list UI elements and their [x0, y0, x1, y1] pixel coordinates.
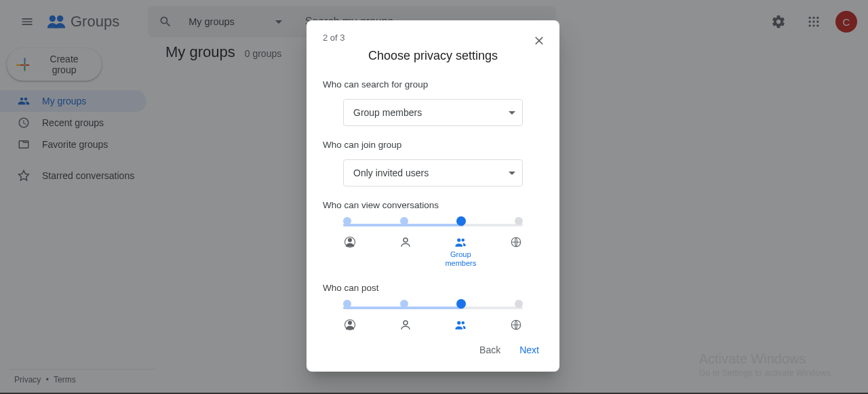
- slider-stop-anyone[interactable]: [515, 217, 523, 225]
- slider-stop-members[interactable]: [456, 216, 466, 226]
- svg-point-16: [462, 239, 465, 242]
- svg-point-21: [457, 321, 460, 325]
- post-label: Who can post: [323, 283, 543, 293]
- dropdown-arrow-icon: [509, 111, 515, 115]
- post-slider[interactable]: Group members: [343, 302, 523, 332]
- view-conversations-label: Who can view conversations: [323, 200, 543, 210]
- manager-icon: [399, 319, 412, 332]
- slider-stop-owners[interactable]: [343, 300, 351, 308]
- select-value: Only invited users: [353, 168, 429, 178]
- public-icon: [509, 319, 523, 332]
- svg-point-20: [403, 321, 408, 325]
- search-for-group-label: Who can search for group: [323, 79, 543, 90]
- close-icon: [532, 34, 546, 47]
- svg-point-18: [348, 321, 352, 325]
- select-value: Group members: [353, 107, 422, 118]
- slider-label: Group members: [443, 250, 477, 268]
- slider-stop-anyone[interactable]: [515, 300, 523, 308]
- dropdown-arrow-icon: [509, 172, 515, 175]
- slider-stop-members[interactable]: [456, 299, 466, 309]
- svg-point-14: [403, 238, 408, 242]
- slider-stop-managers[interactable]: [400, 217, 408, 225]
- manager-icon: [399, 236, 412, 268]
- owner-icon: [343, 236, 357, 268]
- close-dialog-button[interactable]: [528, 30, 550, 52]
- join-group-select[interactable]: Only invited users: [343, 159, 523, 186]
- public-icon: [509, 236, 523, 268]
- join-group-label: Who can join group: [323, 140, 543, 150]
- dialog-title: Choose privacy settings: [323, 49, 543, 63]
- slider-stop-owners[interactable]: [343, 217, 351, 225]
- members-icon: Group members: [454, 319, 467, 332]
- back-button[interactable]: Back: [473, 339, 507, 361]
- svg-point-12: [348, 238, 352, 242]
- step-indicator: 2 of 3: [323, 33, 543, 43]
- view-conversations-slider[interactable]: Group members: [343, 220, 523, 268]
- privacy-settings-dialog: 2 of 3 Choose privacy settings Who can s…: [307, 20, 559, 372]
- next-button[interactable]: Next: [513, 339, 546, 361]
- owner-icon: [343, 319, 357, 332]
- members-icon: Group members: [454, 236, 467, 268]
- search-for-group-select[interactable]: Group members: [343, 99, 523, 126]
- svg-point-15: [457, 238, 460, 241]
- svg-point-22: [462, 321, 465, 325]
- slider-stop-managers[interactable]: [400, 300, 408, 308]
